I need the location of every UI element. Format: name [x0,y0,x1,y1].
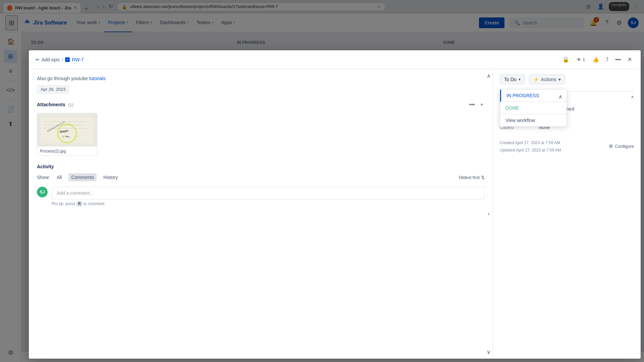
attachment-grid: Steps: Effectiveness is not 1. Rec Proce… [37,113,485,156]
attachments-actions: ••• + [468,100,485,109]
modal-body: ∧ › Also go through youtube tutorials Ap… [29,69,641,359]
status-chevron-icon: ▾ [519,77,521,82]
attachment-thumbnail: Steps: Effectiveness is not 1. Rec [37,113,97,147]
updated-value: April 27, 2023 at 7:59 AM [516,148,561,153]
attachment-item[interactable]: Steps: Effectiveness is not 1. Rec Proce… [37,113,97,156]
view-workflow-label: View workflow [505,118,535,123]
view-workflow-link[interactable]: View workflow [500,114,567,126]
issue-type-icon: ✓ [65,57,70,62]
scroll-up-button[interactable]: ∧ [485,72,493,80]
meta-info: ⚙ Configure Created April 27, 2023 at 7:… [500,139,634,154]
status-button[interactable]: To Do ▾ [500,74,525,84]
pro-tip-suffix: to comment [84,201,105,206]
activity-filters: Show: All Comments History Oldest first … [37,173,485,181]
filter-comments-button[interactable]: Comments [68,173,97,181]
comment-input[interactable]: Add a comment... [52,187,485,199]
sort-button[interactable]: Oldest first ⇅ [459,175,485,180]
modal-right-panel: To Do ▾ ∧ IN PROGRESS DONE View workflow… [493,69,641,359]
date-badge: Apr 28, 2023 [37,85,69,94]
watch-count: 1 [583,57,585,62]
issue-id-link[interactable]: RW-7 [72,57,84,62]
configure-button[interactable]: ⚙ Configure [609,143,634,149]
attachment-filename: Process(2).jpg [37,147,97,156]
pro-tip-key: M [76,201,82,206]
dropdown-close-arrow[interactable]: ∧ [554,89,567,104]
attachments-title-text: Attachments [37,102,65,107]
watch-button[interactable]: 👁 1 [574,56,588,64]
activity-section: Activity Show: All Comments History Olde… [37,164,485,206]
breadcrumb-separator: / [62,57,63,62]
tutorials-link[interactable]: tutorials [89,76,106,81]
attachments-header: Attachments (1) ••• + [37,100,485,109]
sort-label: Oldest first [459,175,480,180]
status-dropdown: ∧ IN PROGRESS DONE View workflow [500,89,567,127]
filter-history-button[interactable]: History [101,173,121,181]
pro-tip: Pro tip: press M to comment [52,201,485,206]
issue-modal: ✏ Add epic / ✓ RW-7 🔒 👁 1 👍 ⤴ ••• ✕ ∧ › … [29,50,641,359]
comment-area: SJ Add a comment... [37,187,485,199]
add-epic-label[interactable]: Add epic [42,57,60,62]
actions-chevron: ▾ [558,77,561,82]
attachment-preview: Steps: Effectiveness is not 1. Rec [37,113,97,147]
share-button[interactable]: ⤴ [604,55,610,65]
more-options-button[interactable]: ••• [613,55,623,65]
modal-header: ✏ Add epic / ✓ RW-7 🔒 👁 1 👍 ⤴ ••• ✕ [29,50,641,69]
attachments-section: Attachments (1) ••• + [37,100,485,156]
attachments-menu-button[interactable]: ••• [468,100,476,109]
filter-all-button[interactable]: All [54,173,65,181]
status-row: To Do ▾ ∧ IN PROGRESS DONE View workflow… [500,74,634,84]
content-text-before: Also go through youtube [37,76,88,81]
svg-text:1. Rec: 1. Rec [62,135,70,138]
sort-icon: ⇅ [481,175,485,180]
status-label: To Do [504,77,517,82]
pencil-icon: ✏ [36,57,40,62]
close-modal-button[interactable]: ✕ [626,54,634,65]
actions-icon: ⚡ [533,77,539,82]
attachments-count: (1) [68,102,73,107]
configure-icon: ⚙ [609,143,613,149]
collapse-panel-button[interactable]: › [485,210,493,218]
actions-button[interactable]: ⚡ Actions ▾ [529,74,565,84]
modal-left-panel: ∧ › Also go through youtube tutorials Ap… [29,69,493,359]
add-attachment-button[interactable]: + [479,100,485,109]
pro-tip-prefix: Pro tip: press [52,201,75,206]
content-text: Also go through youtube tutorials [37,76,485,81]
modal-header-actions: 🔒 👁 1 👍 ⤴ ••• ✕ [560,54,634,65]
attachments-title: Attachments (1) [37,102,73,108]
created-value: April 27, 2023 at 7:59 AM [515,140,560,145]
user-comment-avatar: SJ [37,187,48,197]
configure-label: Configure [615,144,634,149]
scroll-down-button[interactable]: ∨ [485,348,493,356]
actions-label: Actions [541,77,556,82]
details-collapse-icon: ∧ [631,95,634,99]
like-button[interactable]: 👍 [590,54,601,65]
activity-title: Activity [37,164,485,169]
lock-button[interactable]: 🔒 [560,54,571,65]
show-label: Show: [37,175,50,180]
eye-icon: 👁 [577,57,581,62]
breadcrumb: ✏ Add epic / ✓ RW-7 [36,57,558,62]
